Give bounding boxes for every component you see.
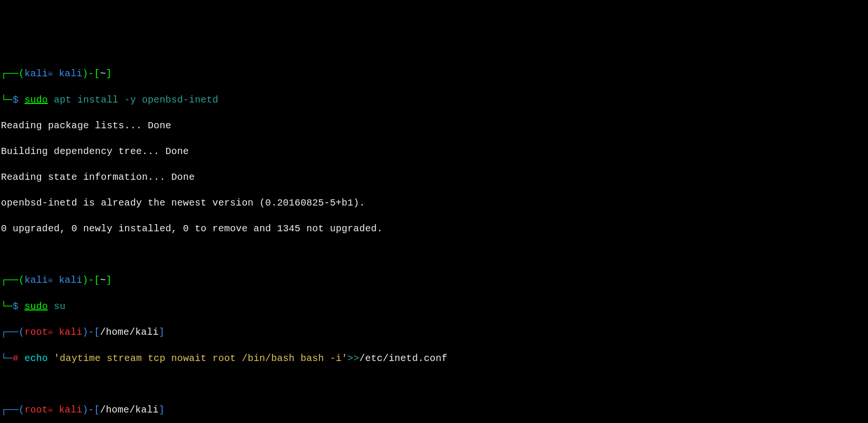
prompt-corner: ┌──( <box>1 68 24 79</box>
prompt-end: ] <box>106 68 112 79</box>
output: openbsd-inetd is already the newest vers… <box>1 196 867 209</box>
prompt-corner: ┌──( <box>1 404 24 415</box>
prompt-mid: )-[ <box>83 68 100 79</box>
output: Building dependency tree... Done <box>1 145 867 158</box>
prompt-line-2: └─$ sudo apt install -y openbsd-inetd <box>1 93 867 106</box>
cmd-string: 'daytime stream tcp nowait root /bin/bas… <box>48 353 347 364</box>
prompt-mid: )-[ <box>83 327 100 338</box>
prompt-line-2: └─$ sudo su <box>1 300 867 313</box>
host: kali <box>53 327 83 338</box>
cmd-rest: su <box>48 301 65 312</box>
dollar: $ <box>13 94 25 105</box>
cmd-file: /etc/inetd.conf <box>359 353 447 364</box>
hash: # <box>13 353 25 364</box>
prompt-end: ] <box>106 275 112 286</box>
blank <box>1 378 867 391</box>
path: /home/kali <box>100 404 159 415</box>
terminal[interactable]: ┌──(kali☠ kali)-[~] └─$ sudo apt install… <box>1 54 867 423</box>
user: kali <box>24 275 48 286</box>
blank <box>1 248 867 261</box>
host: kali <box>53 275 83 286</box>
user: kali <box>24 68 48 79</box>
output: 0 upgraded, 0 newly installed, 0 to remo… <box>1 222 867 235</box>
path: ~ <box>100 68 106 79</box>
path: /home/kali <box>100 327 159 338</box>
prompt-end: ] <box>159 404 164 415</box>
prompt-corner2: └─ <box>1 94 13 105</box>
user: root <box>24 404 48 415</box>
root-prompt-1: ┌──(root☠ kali)-[/home/kali] <box>1 403 867 417</box>
prompt-corner: ┌──( <box>1 327 24 338</box>
cmd-rest: apt install -y openbsd-inetd <box>48 94 218 105</box>
output: Reading state information... Done <box>1 171 867 184</box>
root-prompt-1: ┌──(root☠ kali)-[/home/kali] <box>1 326 867 339</box>
user: root <box>24 327 48 338</box>
root-prompt-2: └─# echo 'daytime stream tcp nowait root… <box>1 352 867 365</box>
cmd-echo: echo <box>24 353 48 364</box>
host: kali <box>53 404 83 415</box>
skull-icon: ☠ <box>48 405 53 414</box>
skull-icon: ☠ <box>48 276 53 285</box>
prompt-mid: )-[ <box>83 404 100 415</box>
cmd-sudo: sudo <box>24 94 48 105</box>
skull-icon: ☠ <box>48 328 53 337</box>
prompt-corner2: └─ <box>1 301 13 312</box>
prompt-line-1: ┌──(kali☠ kali)-[~] <box>1 67 867 81</box>
prompt-mid: )-[ <box>83 275 100 286</box>
prompt-corner2: └─ <box>1 353 13 364</box>
output: Reading package lists... Done <box>1 119 867 132</box>
prompt-end: ] <box>159 327 164 338</box>
host: kali <box>53 68 83 79</box>
prompt-corner: ┌──( <box>1 275 24 286</box>
cmd-sudo: sudo <box>24 301 48 312</box>
skull-icon: ☠ <box>48 69 53 78</box>
cmd-redir: >> <box>348 353 360 364</box>
dollar: $ <box>13 301 25 312</box>
path: ~ <box>100 275 106 286</box>
prompt-line-1: ┌──(kali☠ kali)-[~] <box>1 274 867 287</box>
